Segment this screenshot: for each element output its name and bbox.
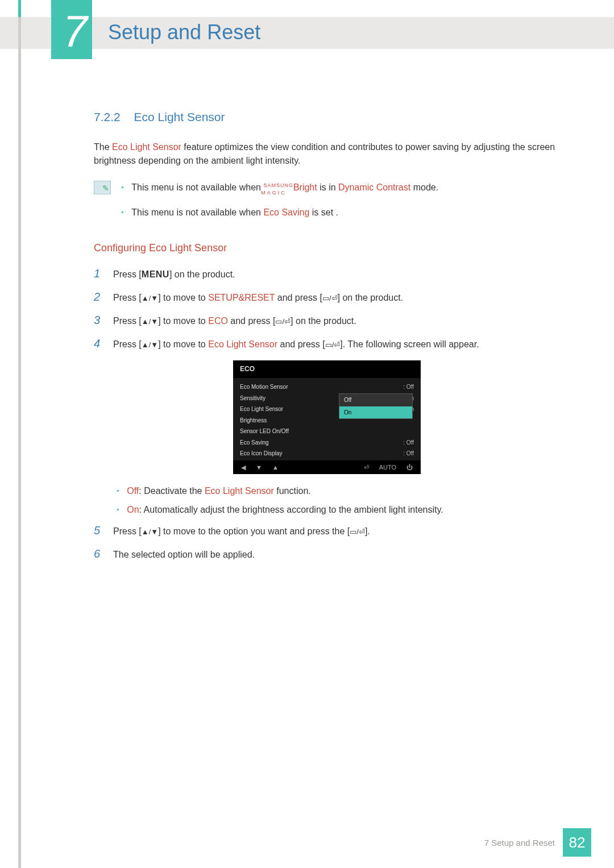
osd-menu-screenshot: ECO Eco Motion Sensor: Off Sensitivity: … xyxy=(233,360,421,474)
step-row: 2 Press [▲/▼] to move to SETUP&RESET and… xyxy=(94,288,560,306)
step-text: Press [MENU] on the product. xyxy=(113,268,560,282)
step-number: 2 xyxy=(94,288,102,306)
option-bullets: ▪ Off: Deactivate the Eco Light Sensor f… xyxy=(117,484,560,517)
note-item: ▪ This menu is not available when SAMSUN… xyxy=(121,181,560,209)
osd-footer: ◀ ▼ ▲ ⏎ AUTO ⏻ xyxy=(233,460,421,474)
bullet-icon: ▪ xyxy=(121,181,123,209)
step-row: 4 Press [▲/▼] to move to Eco Light Senso… xyxy=(94,335,560,352)
osd-body: Eco Motion Sensor: Off Sensitivity: On E… xyxy=(233,378,421,463)
osd-row: Sensor LED On/Off xyxy=(240,426,414,437)
intro-prefix: The xyxy=(94,142,112,152)
step-text: The selected option will be applied. xyxy=(113,548,560,562)
step-row: 3 Press [▲/▼] to move to ECO and press [… xyxy=(94,312,560,329)
osd-nav-down-icon: ▼ xyxy=(256,463,262,472)
left-margin-stripe xyxy=(18,17,21,868)
step-number: 6 xyxy=(94,545,102,563)
chapter-title: Setup and Reset xyxy=(108,20,260,44)
bullet-icon: ▪ xyxy=(117,484,119,499)
osd-power-icon: ⏻ xyxy=(406,463,413,472)
page-number-badge: 82 xyxy=(563,828,591,857)
chapter-number-badge: 7 xyxy=(51,0,92,59)
option-item: ▪ On: Automatically adjust the brightnes… xyxy=(117,503,560,517)
option-item: ▪ Off: Deactivate the Eco Light Sensor f… xyxy=(117,484,560,499)
step-number: 1 xyxy=(94,265,102,283)
osd-dropdown: Off On xyxy=(339,393,413,419)
step-text: Press [▲/▼] to move to ECO and press [▭/… xyxy=(113,314,560,329)
option-text: On: Automatically adjust the brightness … xyxy=(127,503,443,517)
section-heading: 7.2.2 Eco Light Sensor xyxy=(94,108,560,127)
section-number: 7.2.2 xyxy=(94,110,121,123)
step-text: Press [▲/▼] to move to SETUP&RESET and p… xyxy=(113,291,560,305)
osd-row: Eco Saving: Off xyxy=(240,437,414,448)
step-text: Press [▲/▼] to move to the option you wa… xyxy=(113,525,560,539)
osd-auto-label: AUTO xyxy=(379,463,396,472)
note-block: ▪ This menu is not available when SAMSUN… xyxy=(94,181,560,224)
osd-row: Eco Icon Display: Off xyxy=(240,448,414,459)
intro-feature-name: Eco Light Sensor xyxy=(112,142,181,152)
osd-row: Eco Motion Sensor: Off xyxy=(240,381,414,393)
osd-nav-up-icon: ▲ xyxy=(272,463,279,472)
osd-enter-icon: ⏎ xyxy=(364,463,369,472)
step-number: 4 xyxy=(94,335,102,352)
bullet-icon: ▪ xyxy=(121,206,123,220)
page-content: 7.2.2 Eco Light Sensor The Eco Light Sen… xyxy=(94,108,560,568)
step-number: 3 xyxy=(94,312,102,329)
osd-option: Off xyxy=(339,394,412,406)
note-text: This menu is not available when SAMSUNGB… xyxy=(131,181,438,209)
step-row: 6 The selected option will be applied. xyxy=(94,545,560,563)
osd-title: ECO xyxy=(233,360,421,378)
option-text: Off: Deactivate the Eco Light Sensor fun… xyxy=(127,484,310,499)
step-row: 5 Press [▲/▼] to move to the option you … xyxy=(94,522,560,539)
osd-nav-left-icon: ◀ xyxy=(241,463,246,472)
step-text: Press [▲/▼] to move to Eco Light Sensor … xyxy=(113,338,560,352)
top-accent-stripe xyxy=(18,0,21,17)
step-row: 1 Press [MENU] on the product. xyxy=(94,265,560,283)
footer-chapter-label: 7 Setup and Reset xyxy=(484,838,555,848)
header-bar xyxy=(0,17,614,49)
note-text: This menu is not available when Eco Savi… xyxy=(131,206,338,220)
config-heading: Configuring Eco Light Sensor xyxy=(94,240,560,256)
note-icon xyxy=(94,181,111,194)
bullet-icon: ▪ xyxy=(117,503,119,517)
intro-paragraph: The Eco Light Sensor feature optimizes t… xyxy=(94,140,560,169)
osd-option-selected: On xyxy=(339,406,412,419)
note-list: ▪ This menu is not available when SAMSUN… xyxy=(121,181,560,224)
step-number: 5 xyxy=(94,522,102,539)
page-footer: 7 Setup and Reset 82 xyxy=(484,828,591,857)
section-title: Eco Light Sensor xyxy=(134,110,225,123)
